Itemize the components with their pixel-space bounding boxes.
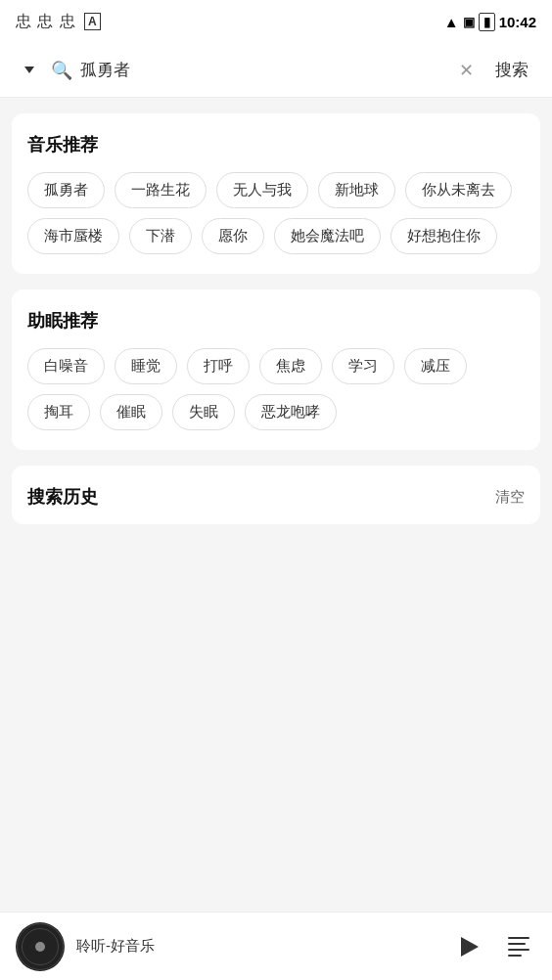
clear-history-button[interactable]: 清空 xyxy=(495,488,525,507)
signal-icon: ▣ xyxy=(463,15,475,29)
music-tag-5[interactable]: 你从未离去 xyxy=(405,172,512,208)
player-track-title: 聆听-好音乐 xyxy=(76,937,438,956)
a-icon: A xyxy=(84,13,101,30)
sleep-tag-10[interactable]: 恶龙咆哮 xyxy=(245,394,337,430)
search-icon: 🔍 xyxy=(51,60,72,81)
music-tag-9[interactable]: 她会魔法吧 xyxy=(274,218,381,254)
status-left: 忠 忠 忠 A xyxy=(16,12,101,32)
dropdown-arrow-icon xyxy=(24,67,34,73)
sleep-tag-4[interactable]: 焦虑 xyxy=(259,348,322,384)
history-header: 搜索历史 清空 xyxy=(27,485,525,509)
playlist-line-3 xyxy=(508,949,529,951)
play-icon xyxy=(461,937,479,957)
sleep-tag-2[interactable]: 睡觉 xyxy=(115,348,177,384)
sleep-tag-8[interactable]: 催眠 xyxy=(100,394,162,430)
music-tag-3[interactable]: 无人与我 xyxy=(216,172,308,208)
music-tag-1[interactable]: 孤勇者 xyxy=(27,172,105,208)
sleep-tag-7[interactable]: 掏耳 xyxy=(27,394,90,430)
wifi-icon: ▲ xyxy=(444,14,459,30)
music-tag-10[interactable]: 好想抱住你 xyxy=(391,218,497,254)
history-section-title: 搜索历史 xyxy=(27,485,98,509)
playlist-button[interactable] xyxy=(501,929,536,964)
playlist-line-1 xyxy=(508,937,529,939)
time-display: 10:42 xyxy=(499,14,536,30)
sleep-tag-1[interactable]: 白噪音 xyxy=(27,348,105,384)
status-right: ▲ ▣ ▮ 10:42 xyxy=(444,13,536,31)
search-input[interactable] xyxy=(80,61,444,80)
battery-icon: ▮ xyxy=(479,13,495,31)
music-tags-container: 孤勇者 一路生花 无人与我 新地球 你从未离去 海市蜃楼 下潜 愿你 她会魔法吧… xyxy=(27,172,525,254)
search-bar: 🔍 ✕ 搜索 xyxy=(0,43,552,98)
sleep-tags-container: 白噪音 睡觉 打呼 焦虑 学习 减压 掏耳 催眠 失眠 恶龙咆哮 xyxy=(27,348,525,430)
playlist-icon xyxy=(508,937,529,957)
sleep-section-title: 助眠推荐 xyxy=(27,309,525,333)
bottom-player: 聆听-好音乐 xyxy=(0,912,552,980)
music-tag-7[interactable]: 下潜 xyxy=(129,218,192,254)
playlist-line-2 xyxy=(508,943,526,945)
sleep-recommendation-section: 助眠推荐 白噪音 睡觉 打呼 焦虑 学习 减压 掏耳 催眠 失眠 恶龙咆哮 xyxy=(12,290,540,450)
music-tag-2[interactable]: 一路生花 xyxy=(115,172,207,208)
music-tag-4[interactable]: 新地球 xyxy=(318,172,395,208)
album-art[interactable] xyxy=(16,922,65,971)
notification-icons: 忠 忠 忠 xyxy=(16,12,76,32)
play-button[interactable] xyxy=(450,929,485,964)
player-controls xyxy=(450,929,536,964)
music-tag-6[interactable]: 海市蜃楼 xyxy=(27,218,119,254)
status-bar: 忠 忠 忠 A ▲ ▣ ▮ 10:42 xyxy=(0,0,552,43)
search-history-section: 搜索历史 清空 xyxy=(12,466,540,524)
music-recommendation-section: 音乐推荐 孤勇者 一路生花 无人与我 新地球 你从未离去 海市蜃楼 下潜 愿你 … xyxy=(12,113,540,274)
playlist-line-4 xyxy=(508,955,522,957)
sleep-tag-9[interactable]: 失眠 xyxy=(172,394,235,430)
music-tag-8[interactable]: 愿你 xyxy=(202,218,264,254)
clear-input-button[interactable]: ✕ xyxy=(452,57,480,84)
vinyl-center-dot xyxy=(35,942,45,952)
music-section-title: 音乐推荐 xyxy=(27,133,525,156)
sleep-tag-5[interactable]: 学习 xyxy=(332,348,394,384)
main-content: 音乐推荐 孤勇者 一路生花 无人与我 新地球 你从未离去 海市蜃楼 下潜 愿你 … xyxy=(0,98,552,910)
dropdown-button[interactable] xyxy=(16,57,43,84)
sleep-tag-3[interactable]: 打呼 xyxy=(187,348,250,384)
sleep-tag-6[interactable]: 减压 xyxy=(404,348,467,384)
search-submit-button[interactable]: 搜索 xyxy=(487,55,536,85)
